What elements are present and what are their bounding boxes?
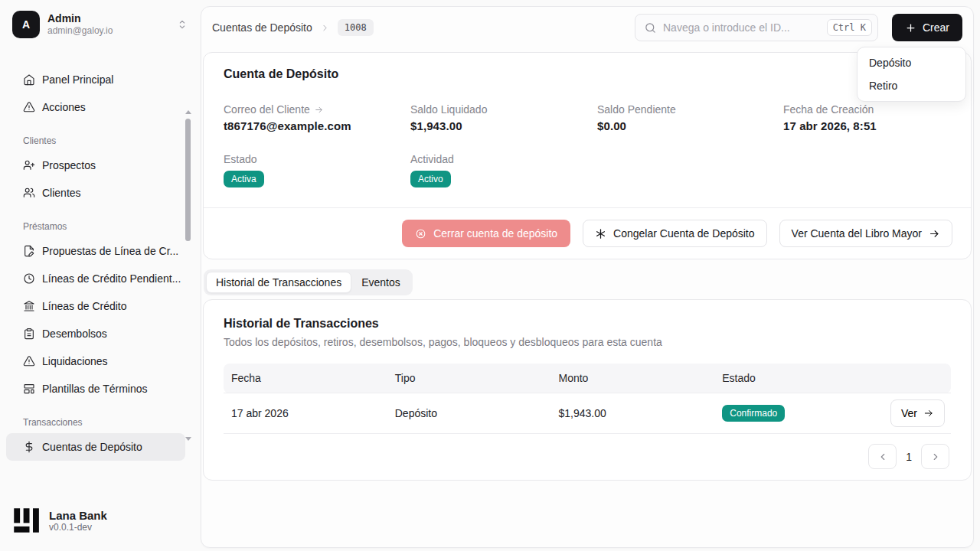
- user-menu[interactable]: A Admin admin@galoy.io: [0, 0, 201, 46]
- avatar: A: [12, 11, 40, 38]
- pagination: 1: [224, 434, 951, 471]
- sidebar-item-prospectos[interactable]: Prospectos: [6, 152, 185, 179]
- sidebar-section-clientes: Clientes: [6, 135, 185, 146]
- brand-name: Lana Bank: [49, 509, 107, 522]
- table-row: 17 abr 2026 Depósito $1,943.00 Confirmad…: [224, 393, 951, 434]
- clock-icon: [23, 272, 35, 285]
- sidebar-item-clientes[interactable]: Clientes: [6, 179, 185, 207]
- view-ledger-button[interactable]: Ver Cuenta del Libro Mayor: [779, 220, 952, 247]
- table-header-row: Fecha Tipo Monto Estado: [224, 364, 951, 393]
- tab-historial-transacciones[interactable]: Historial de Transacciones: [206, 272, 351, 293]
- layout-template-icon: [23, 383, 35, 395]
- sidebar-item-label: Liquidaciones: [42, 355, 108, 367]
- sidebar-item-lineas-credito[interactable]: Líneas de Crédito: [6, 292, 185, 320]
- cell-tipo: Depósito: [387, 393, 551, 434]
- close-account-button[interactable]: Cerrar cuenta de depósito: [402, 220, 570, 247]
- search-input[interactable]: [663, 21, 821, 34]
- status-badge: Activa: [224, 171, 264, 187]
- sidebar-item-label: Panel Principal: [42, 73, 113, 86]
- sidebar-item-panel-principal[interactable]: Panel Principal: [6, 66, 185, 93]
- page-number: 1: [906, 451, 912, 463]
- created-date-value: 17 abr 2026, 8:51: [783, 119, 951, 132]
- customer-email-link[interactable]: Correo del Cliente: [224, 103, 410, 116]
- col-actions: [878, 364, 951, 393]
- col-estado: Estado: [714, 364, 878, 393]
- next-page-button[interactable]: [921, 444, 949, 469]
- users-icon: [23, 187, 35, 199]
- prev-page-button[interactable]: [868, 444, 897, 469]
- search-icon: [644, 21, 657, 34]
- sidebar-item-label: Cuentas de Depósito: [42, 441, 142, 453]
- activity-badge: Activo: [410, 171, 451, 187]
- home-icon: [23, 73, 35, 86]
- cell-monto: $1,943.00: [551, 393, 715, 434]
- col-monto: Monto: [551, 364, 715, 393]
- chevron-right-icon: [930, 452, 941, 462]
- clipboard-icon: [23, 328, 35, 340]
- transactions-subtitle: Todos los depósitos, retiros, desembolso…: [224, 336, 951, 348]
- arrow-right-icon: [929, 228, 940, 240]
- cell-fecha: 17 abr 2026: [224, 393, 387, 434]
- sidebar-item-label: Desembolsos: [42, 328, 107, 340]
- alert-triangle-icon: [23, 355, 35, 367]
- user-plus-icon: [23, 159, 35, 171]
- view-transaction-button[interactable]: Ver: [890, 399, 945, 427]
- scroll-up-icon[interactable]: [185, 110, 191, 114]
- chevron-right-icon: [320, 23, 330, 33]
- sidebar-item-label: Propuestas de Línea de Cr...: [42, 245, 178, 257]
- sidebar-item-desembolsos[interactable]: Desembolsos: [6, 320, 185, 347]
- snowflake-icon: [595, 228, 606, 240]
- sidebar-item-label: Acciones: [42, 101, 86, 113]
- field-fecha-creacion: Fecha de Creación 17 abr 2026, 8:51: [783, 103, 951, 132]
- sidebar-section-transacciones: Transacciones: [6, 417, 185, 428]
- circle-x-icon: [415, 228, 426, 240]
- sidebar-footer: Lana Bank v0.0.1-dev: [0, 496, 201, 551]
- sidebar-item-label: Líneas de Crédito Pendient...: [42, 272, 181, 285]
- file-pen-icon: [23, 245, 35, 257]
- breadcrumb-link-cuentas[interactable]: Cuentas de Depósito: [212, 21, 312, 34]
- sidebar-item-label: Líneas de Crédito: [42, 300, 127, 312]
- sidebar-scrollbar[interactable]: [185, 112, 192, 439]
- sidebar-item-lineas-pendientes[interactable]: Líneas de Crédito Pendient...: [6, 265, 185, 292]
- sidebar-nav: Panel Principal Acciones Clientes Prospe…: [0, 46, 201, 496]
- dollar-icon: [23, 441, 35, 453]
- arrow-right-icon: [314, 105, 324, 115]
- sidebar-item-cuentas-deposito[interactable]: Cuentas de Depósito: [6, 433, 185, 461]
- alert-triangle-icon: [23, 101, 35, 113]
- field-saldo-liquidado: Saldo Liquidado $1,943.00: [410, 103, 597, 132]
- col-fecha: Fecha: [224, 364, 387, 393]
- scroll-down-icon[interactable]: [185, 437, 191, 441]
- account-actions: Cerrar cuenta de depósito Congelar Cuent…: [204, 207, 971, 259]
- sidebar-item-acciones[interactable]: Acciones: [6, 93, 185, 121]
- tab-eventos[interactable]: Eventos: [351, 272, 410, 293]
- sidebar-item-liquidaciones[interactable]: Liquidaciones: [6, 347, 185, 375]
- sidebar-item-propuestas[interactable]: Propuestas de Línea de Cr...: [6, 237, 185, 265]
- brand-version: v0.0.1-dev: [49, 522, 107, 533]
- main-header: Cuentas de Depósito 1008 Ctrl K Crear: [203, 7, 972, 48]
- menu-item-retiro[interactable]: Retiro: [861, 74, 962, 97]
- create-button[interactable]: Crear: [892, 14, 962, 41]
- sidebar: A Admin admin@galoy.io Panel Principal A…: [0, 0, 201, 551]
- arrow-right-icon: [923, 408, 934, 419]
- col-tipo: Tipo: [387, 364, 551, 393]
- chevron-left-icon: [877, 452, 888, 462]
- menu-item-deposito[interactable]: Depósito: [861, 51, 962, 74]
- sidebar-item-plantillas[interactable]: Plantillas de Términos: [6, 375, 185, 403]
- freeze-account-button[interactable]: Congelar Cuenta de Depósito: [583, 220, 766, 247]
- customer-email-value: t867176@example.com: [224, 119, 410, 132]
- landmark-icon: [23, 300, 35, 312]
- search-shortcut-kbd: Ctrl K: [827, 19, 872, 36]
- field-estado: Estado Activa: [224, 153, 410, 187]
- sidebar-item-label: Plantillas de Términos: [42, 383, 147, 395]
- plus-icon: [905, 22, 916, 34]
- global-search[interactable]: Ctrl K: [635, 14, 878, 41]
- pending-balance-value: $0.00: [597, 119, 783, 132]
- sidebar-section-prestamos: Préstamos: [6, 221, 185, 232]
- lana-bank-logo: [12, 507, 40, 534]
- breadcrumb-id-badge: 1008: [338, 19, 374, 36]
- scrollbar-thumb[interactable]: [185, 119, 191, 241]
- sidebar-item-label: Clientes: [42, 187, 81, 199]
- user-name: Admin: [47, 12, 168, 26]
- sidebar-item-label: Prospectos: [42, 159, 96, 171]
- tx-status-badge: Confirmado: [722, 405, 785, 422]
